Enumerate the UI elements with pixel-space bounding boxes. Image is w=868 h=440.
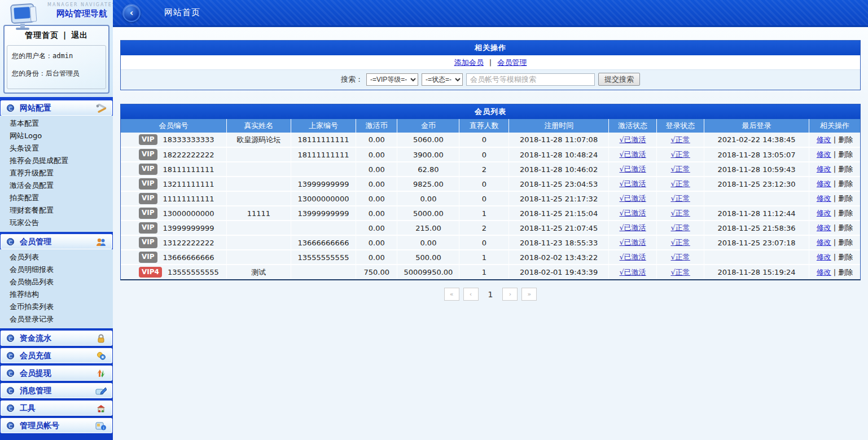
sidebar-section-header-5[interactable]: 消息管理 (1, 383, 112, 398)
submit-search-button[interactable]: 提交搜索 (598, 73, 640, 86)
sidebar-item[interactable]: 会员物品列表 (0, 276, 113, 288)
sidebar-item[interactable]: 激活会员配置 (0, 179, 113, 192)
edit-link[interactable]: 修改 (817, 268, 831, 276)
vip-level-select[interactable]: -=VIP等级=- (366, 73, 418, 86)
role-line: 您的身份：后台管理员 (12, 69, 101, 78)
edit-link[interactable]: 修改 (817, 223, 831, 232)
pagination-first-button[interactable]: « (444, 288, 459, 301)
delete-link[interactable]: 删除 (838, 223, 853, 232)
delete-link[interactable]: 删除 (838, 194, 853, 203)
login-status-link[interactable]: √正常 (670, 223, 690, 232)
activation-status-link[interactable]: √已激活 (619, 268, 646, 276)
delete-link[interactable]: 删除 (838, 238, 853, 247)
delete-link[interactable]: 删除 (838, 253, 853, 261)
pagination-last-button[interactable]: » (521, 288, 537, 301)
sidebar-item[interactable]: 会员列表 (0, 251, 113, 263)
vip-badge: VIP (139, 149, 157, 160)
sidebar-item[interactable]: 直荐升级配置 (0, 167, 113, 179)
member-id: 18222222222 (163, 151, 214, 159)
sidebar-section-header-1[interactable]: 会员管理 (1, 234, 112, 249)
direct-count-cell: 2 (459, 221, 509, 235)
status-select[interactable]: -=状态=- (422, 73, 463, 86)
user-panel: 管理首页|退出 您的用户名：admin 您的身份：后台管理员 (3, 25, 109, 94)
logout-link[interactable]: 退出 (71, 30, 88, 39)
login-status-link[interactable]: √正常 (670, 194, 690, 203)
activation-status-link[interactable]: √已激活 (619, 194, 646, 203)
delete-link[interactable]: 删除 (838, 135, 853, 144)
row-actions-cell: 修改|删除 (809, 162, 860, 177)
sidebar-section-header-0[interactable]: 网站配置 (1, 100, 112, 116)
sidebar-item[interactable]: 头条设置 (0, 142, 113, 155)
delete-link[interactable]: 删除 (838, 209, 853, 217)
sidebar-section-header-3[interactable]: 会员充值 (1, 348, 112, 363)
sidebar-item[interactable]: 基本配置 (0, 117, 113, 130)
last-login-cell: 2018-11-25 23:07:18 (704, 235, 809, 250)
sidebar-item[interactable]: 拍卖配置 (0, 192, 113, 204)
login-status-link[interactable]: √正常 (670, 209, 690, 217)
activation-status-link[interactable]: √已激活 (619, 135, 646, 144)
edit-link[interactable]: 修改 (817, 150, 831, 159)
login-status-link[interactable]: √正常 (670, 268, 690, 276)
sidebar-section-header-2[interactable]: 资金流水 (1, 331, 112, 346)
activation-status-link[interactable]: √已激活 (619, 150, 646, 159)
edit-link[interactable]: 修改 (817, 194, 831, 203)
member-manage-link[interactable]: 会员管理 (497, 58, 527, 67)
column-header: 金币 (397, 119, 459, 133)
delete-link[interactable]: 删除 (838, 268, 853, 276)
login-status-cell: √正常 (657, 147, 704, 162)
login-status-link[interactable]: √正常 (670, 135, 690, 144)
sidebar-item[interactable]: 玩家公告 (0, 217, 113, 229)
sidebar: MANAGER NAVIGATES 网站管理导航 管理首页|退出 您的用户名：a… (0, 0, 113, 440)
activation-status-link[interactable]: √已激活 (619, 253, 646, 261)
activation-status-link[interactable]: √已激活 (619, 209, 646, 217)
sidebar-section-header-6[interactable]: 工具 (1, 401, 112, 416)
sidebar-section: 工具 (0, 401, 113, 416)
activation-status-link[interactable]: √已激活 (619, 165, 646, 173)
sidebar-item[interactable]: 会员登录记录 (0, 313, 113, 325)
edit-link[interactable]: 修改 (817, 179, 831, 188)
delete-link[interactable]: 删除 (838, 165, 853, 173)
section-bullet-icon (7, 352, 14, 359)
sidebar-item[interactable]: 会员明细报表 (0, 263, 113, 276)
sidebar-item[interactable]: 网站Logo (0, 130, 113, 142)
edit-link[interactable]: 修改 (817, 253, 831, 261)
login-status-link[interactable]: √正常 (670, 150, 690, 159)
message-icon (95, 385, 107, 397)
login-status-link[interactable]: √正常 (670, 179, 690, 188)
login-status-link[interactable]: √正常 (670, 238, 690, 247)
vip-badge: VIP (139, 208, 157, 218)
activation-coin-cell: 0.00 (356, 162, 397, 177)
add-member-link[interactable]: 添加会员 (454, 58, 484, 67)
back-button[interactable]: ‹ (122, 4, 141, 22)
pagination-next-button[interactable]: › (502, 288, 518, 301)
sidebar-item[interactable]: 推荐会员提成配置 (0, 155, 113, 167)
activation-status-link[interactable]: √已激活 (619, 179, 646, 188)
activation-status-link[interactable]: √已激活 (619, 223, 646, 232)
pagination-prev-button[interactable]: ‹ (463, 288, 479, 301)
column-header: 激活币 (356, 119, 397, 133)
vip-badge: VIP (139, 237, 157, 248)
sidebar-section-header-7[interactable]: 管理员帐号i (1, 418, 112, 433)
gold-cell: 0.00 (397, 191, 459, 206)
delete-link[interactable]: 删除 (838, 179, 853, 188)
login-status-link[interactable]: √正常 (670, 253, 690, 261)
login-status-cell: √正常 (657, 221, 704, 235)
column-header: 注册时间 (509, 119, 609, 133)
sidebar-item[interactable]: 理财套餐配置 (0, 204, 113, 217)
sidebar-section-header-4[interactable]: 会员提现 (1, 366, 112, 381)
edit-link[interactable]: 修改 (817, 238, 831, 247)
real-name-cell (226, 162, 291, 177)
sidebar-item[interactable]: 推荐结构 (0, 288, 113, 301)
sidebar-item[interactable]: 金币拍卖列表 (0, 301, 113, 313)
register-time-cell: 2018-02-02 13:43:22 (509, 250, 609, 265)
login-status-cell: √正常 (657, 206, 704, 221)
search-input[interactable] (466, 73, 595, 86)
edit-link[interactable]: 修改 (817, 135, 831, 144)
direct-count-cell: 1 (459, 250, 509, 265)
edit-link[interactable]: 修改 (817, 165, 831, 173)
edit-link[interactable]: 修改 (817, 209, 831, 217)
login-status-link[interactable]: √正常 (670, 165, 690, 173)
sidebar-section: 资金流水 (0, 331, 113, 346)
activation-status-link[interactable]: √已激活 (619, 238, 646, 247)
delete-link[interactable]: 删除 (838, 150, 853, 159)
